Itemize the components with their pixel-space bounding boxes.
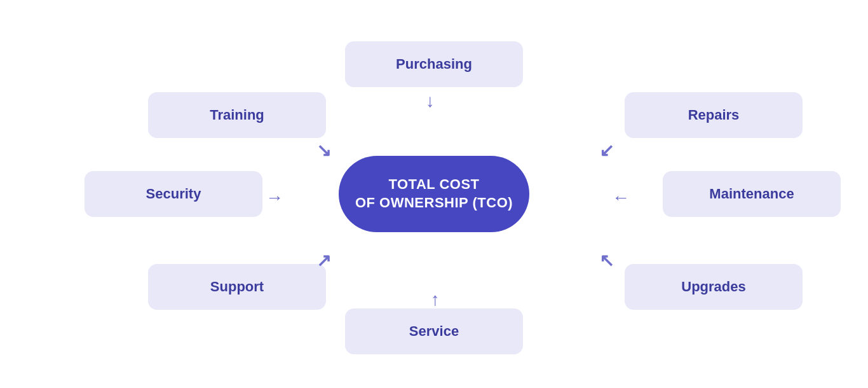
security-node: Security: [85, 171, 262, 217]
upgrades-arrow: ↖: [599, 250, 614, 271]
tco-center-node: TOTAL COST OF OWNERSHIP (TCO): [339, 156, 529, 232]
service-label: Service: [409, 323, 459, 340]
purchasing-node: Purchasing: [345, 41, 523, 87]
maintenance-arrow: ←: [612, 188, 630, 208]
support-label: Support: [210, 279, 264, 295]
tco-line2: OF OWNERSHIP (TCO): [355, 194, 513, 212]
training-node: Training: [148, 92, 326, 138]
repairs-label: Repairs: [688, 107, 740, 123]
support-arrow: ↗: [316, 250, 331, 271]
service-arrow: ↑: [431, 289, 440, 310]
training-arrow: ↘: [316, 140, 331, 161]
maintenance-node: Maintenance: [663, 171, 841, 217]
tco-diagram: TOTAL COST OF OWNERSHIP (TCO) Purchasing…: [53, 16, 815, 372]
service-node: Service: [345, 308, 523, 354]
purchasing-label: Purchasing: [396, 56, 472, 73]
support-node: Support: [148, 264, 326, 310]
tco-line1: TOTAL COST: [355, 176, 513, 194]
training-label: Training: [210, 107, 264, 123]
purchasing-arrow: ↓: [426, 91, 435, 111]
repairs-node: Repairs: [625, 92, 803, 138]
maintenance-label: Maintenance: [709, 186, 794, 202]
security-arrow: →: [266, 188, 283, 208]
upgrades-label: Upgrades: [681, 279, 745, 295]
upgrades-node: Upgrades: [625, 264, 803, 310]
repairs-arrow: ↙: [599, 140, 614, 161]
security-label: Security: [146, 186, 201, 202]
